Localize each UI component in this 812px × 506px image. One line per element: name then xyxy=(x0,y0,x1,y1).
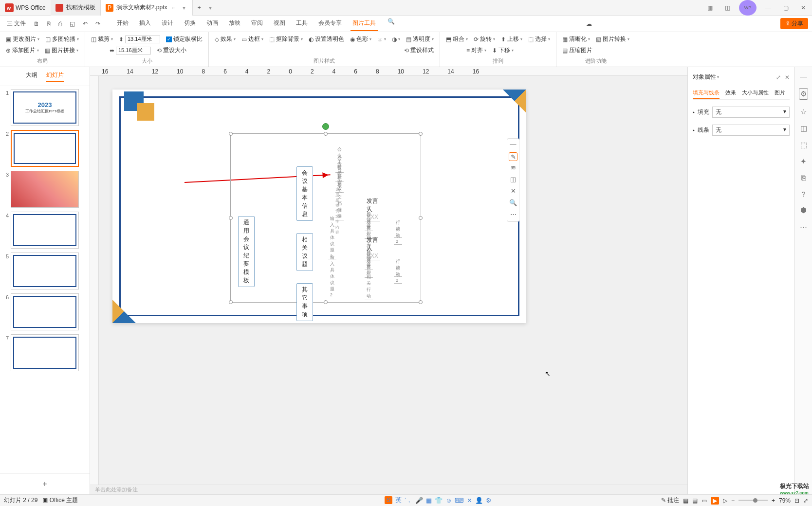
height-input[interactable]: ⬍ xyxy=(118,35,161,44)
side-settings-icon[interactable]: ⚙ xyxy=(799,88,808,100)
view-normal-icon[interactable]: ▦ xyxy=(683,497,688,504)
side-magic-icon[interactable]: ✦ xyxy=(800,157,807,166)
thumb-7[interactable] xyxy=(11,334,79,371)
side-shape-icon[interactable]: ◫ xyxy=(800,124,807,133)
layout-icon[interactable]: ▥ xyxy=(701,0,719,16)
zoom-in-icon[interactable]: + xyxy=(772,497,775,504)
handle-tl[interactable] xyxy=(229,132,233,136)
change-pic-button[interactable]: ▣ 更改图片▾ xyxy=(5,34,40,44)
rp-tab-size[interactable]: 大小与属性 xyxy=(742,87,769,99)
ime-i8[interactable]: 👤 xyxy=(475,497,483,504)
side-collapse-icon[interactable]: — xyxy=(800,72,807,80)
rp-tab-fx[interactable]: 效果 xyxy=(725,87,736,99)
close-panel-icon[interactable]: ✕ xyxy=(785,74,790,81)
handle-mr[interactable] xyxy=(419,216,423,220)
tab-pictools[interactable]: 图片工具 xyxy=(351,16,378,31)
share-button[interactable]: ⇪ 分享 xyxy=(780,18,808,29)
float-layers-icon[interactable]: ≋ xyxy=(509,164,517,173)
float-collapse-icon[interactable]: — xyxy=(509,141,517,149)
close-icon[interactable]: ✕ xyxy=(794,0,812,16)
side-star-icon[interactable]: ☆ xyxy=(800,108,807,116)
view-show-icon[interactable]: ▷ xyxy=(723,497,727,504)
redo-icon[interactable]: ↷ xyxy=(92,18,103,29)
ime-i1[interactable]: ’， xyxy=(405,496,412,505)
tab-show[interactable]: 放映 xyxy=(227,16,242,31)
multi-pic-button[interactable]: ◫ 多图轮播▾ xyxy=(44,34,80,44)
tab-anim[interactable]: 动画 xyxy=(204,16,220,31)
sharpen-button[interactable]: ▦ 清晰化▾ xyxy=(561,34,591,44)
tab-history-icon[interactable]: ▾ xyxy=(206,4,215,11)
tab-template[interactable]: 找稻壳模板 xyxy=(51,0,101,16)
side-link-icon[interactable]: ⬚ xyxy=(800,141,807,149)
tab-tools[interactable]: 工具 xyxy=(294,16,310,31)
rp-tab-fill[interactable]: 填充与线条 xyxy=(693,87,720,99)
crop-button[interactable]: ◫裁剪▾ xyxy=(90,34,114,44)
lock-ratio[interactable]: ✓ 锁定纵横比 xyxy=(165,34,203,44)
tab-view[interactable]: 视图 xyxy=(272,16,287,31)
width-input[interactable]: ⬌ xyxy=(109,46,152,55)
fill-select[interactable]: 无▾ xyxy=(712,107,790,118)
float-crop-icon[interactable]: ◫ xyxy=(509,176,517,184)
contrast-button[interactable]: ◑▾ xyxy=(391,35,401,44)
tab-insert[interactable]: 插入 xyxy=(137,16,153,31)
tab-design[interactable]: 设计 xyxy=(160,16,175,31)
view-play-icon[interactable]: ▶ xyxy=(711,497,719,505)
zoom-out-icon[interactable]: − xyxy=(731,497,735,504)
new-tab-button[interactable]: + xyxy=(193,4,206,11)
tab-doc[interactable]: P 演示文稿素材2.pptx ○ ▾ xyxy=(101,0,193,16)
outline-tab[interactable]: 大纲 xyxy=(26,71,37,82)
movedown-button[interactable]: ⬇ 下移▾ xyxy=(491,45,515,55)
slides-tab[interactable]: 幻灯片 xyxy=(46,71,64,82)
tab-transition[interactable]: 切换 xyxy=(182,16,198,31)
rotate-handle[interactable] xyxy=(322,123,329,130)
ime-i4[interactable]: 👕 xyxy=(435,497,443,504)
view-sorter-icon[interactable]: ▤ xyxy=(692,497,698,504)
ime-i7[interactable]: ✕ xyxy=(467,497,472,504)
side-template-icon[interactable]: ⬢ xyxy=(800,206,807,215)
ime-i6[interactable]: ⌨ xyxy=(455,497,464,504)
compress-button[interactable]: ▤ 压缩图片 xyxy=(561,45,593,55)
notes-placeholder[interactable]: 单击此处添加备注 xyxy=(90,485,687,494)
brightness-button[interactable]: ☼▾ xyxy=(376,35,387,44)
side-clip-icon[interactable]: ⎘ xyxy=(801,174,806,182)
minimize-icon[interactable]: — xyxy=(759,0,777,16)
fit-icon[interactable]: ⊡ xyxy=(794,497,799,504)
ime-i3[interactable]: ▦ xyxy=(426,497,432,504)
handle-br[interactable] xyxy=(419,300,423,304)
selection-box[interactable] xyxy=(230,133,421,303)
print-icon[interactable]: ⎙ xyxy=(55,18,65,29)
thumb-4[interactable] xyxy=(11,212,79,249)
fx-button[interactable]: ◇效果▾ xyxy=(214,34,237,44)
preview-icon[interactable]: ◱ xyxy=(67,18,78,29)
border-button[interactable]: ▭边框▾ xyxy=(240,34,264,44)
tab-menu-icon[interactable]: ▾ xyxy=(181,4,187,11)
handle-bm[interactable] xyxy=(324,300,328,304)
side-help-icon[interactable]: ? xyxy=(801,190,805,198)
cloud-icon[interactable]: ☁ xyxy=(583,18,595,29)
search-icon[interactable]: 🔍 xyxy=(385,16,398,31)
ime-i2[interactable]: 🎤 xyxy=(415,497,423,504)
save-icon[interactable]: 🗎 xyxy=(31,18,42,29)
tab-vip[interactable]: 会员专享 xyxy=(316,16,344,31)
ime-logo[interactable]: S xyxy=(385,496,392,504)
slide-canvas[interactable]: 通用会议纪要模板 会议基本信息 会议主题 会议目标 时间地点 参会人 相关文档链… xyxy=(112,90,526,323)
side-more-icon[interactable]: ⋯ xyxy=(800,222,807,231)
expand-icon[interactable]: ⤢ xyxy=(803,497,808,504)
export-icon[interactable]: ⎘ xyxy=(44,18,54,29)
float-edit-icon[interactable]: ✎ xyxy=(509,152,517,161)
undo-icon[interactable]: ↶ xyxy=(80,18,91,29)
merge-pic-button[interactable]: ▦ 图片拼接▾ xyxy=(44,45,79,55)
ime-i9[interactable]: ⚙ xyxy=(486,497,492,504)
settrans-button[interactable]: ◐设置透明色 xyxy=(308,34,345,44)
cube-icon[interactable]: ◫ xyxy=(719,0,736,16)
moveup-button[interactable]: ⬆ 上移▾ xyxy=(500,34,523,44)
thumb-5[interactable] xyxy=(11,253,79,289)
zoom-value[interactable]: 79% xyxy=(779,497,791,504)
reset-style-button[interactable]: ⟲ 重设样式 xyxy=(403,45,435,55)
tab-review[interactable]: 审阅 xyxy=(249,16,265,31)
add-slide-button[interactable]: + xyxy=(0,473,90,494)
ime-i5[interactable]: ☺ xyxy=(445,497,452,504)
trans-button[interactable]: ▤ 透明度▾ xyxy=(405,34,435,44)
file-menu[interactable]: 三 文件 xyxy=(4,18,29,30)
reset-size-button[interactable]: ⟲ 重设大小 xyxy=(156,45,187,55)
